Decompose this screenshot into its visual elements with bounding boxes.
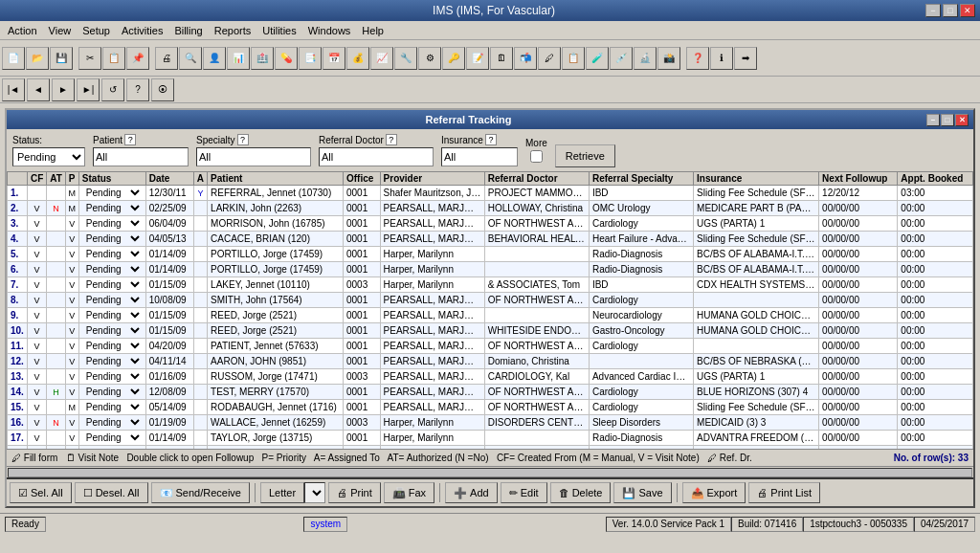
cell-status[interactable]: Pending bbox=[78, 415, 145, 431]
nav-first[interactable]: |◄ bbox=[2, 78, 25, 101]
horizontal-scrollbar[interactable] bbox=[7, 466, 973, 477]
dialog-close[interactable]: ✕ bbox=[955, 114, 969, 126]
col-provider[interactable]: Provider bbox=[380, 172, 484, 186]
tb-b3[interactable]: 🏥 bbox=[251, 47, 274, 70]
col-cf[interactable]: CF bbox=[27, 172, 46, 186]
tb-b20[interactable]: 📸 bbox=[657, 47, 680, 70]
menu-billing[interactable]: Billing bbox=[168, 23, 208, 38]
menu-reports[interactable]: Reports bbox=[209, 23, 257, 38]
maximize-button[interactable]: □ bbox=[943, 4, 958, 17]
cell-status[interactable]: Pending bbox=[78, 308, 145, 323]
col-next-followup[interactable]: Next Followup bbox=[819, 172, 898, 186]
tb-b9[interactable]: 🔧 bbox=[394, 47, 417, 70]
col-p[interactable]: P bbox=[65, 172, 78, 186]
tb-b18[interactable]: 💉 bbox=[610, 47, 633, 70]
delete-button[interactable]: 🗑 Delete bbox=[550, 482, 612, 503]
nav-dot[interactable]: ⦿ bbox=[151, 78, 174, 101]
cell-status[interactable]: Pending bbox=[78, 339, 145, 354]
close-button[interactable]: ✕ bbox=[960, 4, 975, 17]
cell-status[interactable]: Pending bbox=[78, 400, 145, 415]
tb-b19[interactable]: 🔬 bbox=[634, 47, 657, 70]
cell-status[interactable]: Pending bbox=[78, 446, 145, 450]
table-row[interactable]: 14.VHV Pending 12/08/09TEST, MERRY (1757… bbox=[8, 385, 973, 400]
print-button[interactable]: 🖨 Print bbox=[328, 482, 381, 503]
table-row[interactable]: 11.VV Pending 04/20/09PATIENT, Jennet (5… bbox=[8, 339, 973, 354]
nav-last[interactable]: ►| bbox=[77, 78, 100, 101]
print-list-button[interactable]: 🖨 Print List bbox=[748, 482, 820, 503]
cell-status[interactable]: Pending bbox=[78, 262, 145, 277]
col-insurance[interactable]: Insurance bbox=[694, 172, 819, 186]
tb-b15[interactable]: 🖊 bbox=[538, 47, 561, 70]
send-receive-button[interactable]: 📧 Send/Receive bbox=[151, 482, 251, 503]
cell-status[interactable]: Pending bbox=[78, 323, 145, 339]
tb-b4[interactable]: 💊 bbox=[275, 47, 298, 70]
edit-button[interactable]: ✏ Edit bbox=[501, 482, 547, 503]
cell-status[interactable]: Pending bbox=[78, 369, 145, 385]
table-row[interactable]: 4.VV Pending 04/05/13CACACE, BRIAN (120)… bbox=[8, 232, 973, 247]
menu-utilities[interactable]: Utilities bbox=[256, 23, 301, 38]
table-row[interactable]: 2.VNM Pending 02/25/09LARKIN, John (2263… bbox=[8, 201, 973, 216]
table-row[interactable]: 6.VV Pending 01/14/09PORTILLO, Jorge (17… bbox=[8, 262, 973, 277]
table-row[interactable]: 5.VV Pending 01/14/09PORTILLO, Jorge (17… bbox=[8, 247, 973, 262]
nav-help[interactable]: ? bbox=[126, 78, 149, 101]
cell-status[interactable]: Pending bbox=[78, 232, 145, 247]
tb-b11[interactable]: 🔑 bbox=[442, 47, 465, 70]
menu-action[interactable]: Action bbox=[2, 23, 43, 38]
tb-b5[interactable]: 📑 bbox=[299, 47, 322, 70]
menu-activities[interactable]: Activities bbox=[116, 23, 168, 38]
cell-status[interactable]: Pending bbox=[78, 247, 145, 262]
specialty-help-button[interactable]: ? bbox=[237, 134, 249, 145]
col-date[interactable]: Date bbox=[145, 172, 193, 186]
tb-b13[interactable]: 🗓 bbox=[490, 47, 513, 70]
referral-doctor-input[interactable] bbox=[319, 147, 434, 166]
col-at[interactable]: AT bbox=[47, 172, 66, 186]
tb-save[interactable]: 💾 bbox=[50, 47, 73, 70]
table-scroll-area[interactable]: CF AT P Status Date A Patient Office Pro… bbox=[7, 171, 973, 449]
insurance-input[interactable] bbox=[441, 147, 518, 166]
table-row[interactable]: 15.VM Pending 05/14/09RODABAUGH, Jennet … bbox=[8, 400, 973, 415]
tb-b6[interactable]: 📅 bbox=[323, 47, 345, 70]
retrieve-button[interactable]: Retrieve bbox=[555, 144, 615, 167]
table-row[interactable]: 9.VV Pending 01/15/09REED, Jorge (2521)0… bbox=[8, 308, 973, 323]
letter-button[interactable]: Letter bbox=[260, 482, 304, 503]
col-status[interactable]: Status bbox=[78, 172, 145, 186]
tb-b8[interactable]: 📈 bbox=[370, 47, 393, 70]
tb-arrow[interactable]: ➡ bbox=[734, 47, 757, 70]
cell-status[interactable]: Pending bbox=[78, 431, 145, 446]
patient-help-button[interactable]: ? bbox=[124, 134, 136, 145]
tb-new[interactable]: 📄 bbox=[2, 47, 25, 70]
col-a[interactable]: A bbox=[193, 172, 207, 186]
tb-copy[interactable]: 📋 bbox=[102, 47, 125, 70]
cell-status[interactable]: Pending bbox=[78, 293, 145, 308]
nav-next[interactable]: ► bbox=[52, 78, 75, 101]
letter-combo[interactable]: Letter bbox=[260, 482, 325, 503]
table-row[interactable]: 12.VV Pending 04/11/14AARON, JOHN (9851)… bbox=[8, 354, 973, 369]
cell-status[interactable]: Pending bbox=[78, 385, 145, 400]
tb-b16[interactable]: 📋 bbox=[562, 47, 585, 70]
dialog-maximize[interactable]: □ bbox=[941, 114, 954, 126]
nav-refresh[interactable]: ↺ bbox=[101, 78, 124, 101]
tb-b7[interactable]: 💰 bbox=[346, 47, 369, 70]
tb-b2[interactable]: 📊 bbox=[227, 47, 250, 70]
cell-status[interactable]: Pending bbox=[78, 216, 145, 232]
specialty-input[interactable] bbox=[196, 147, 311, 166]
table-row[interactable]: 16.VNV Pending 01/19/09WALLACE, Jennet (… bbox=[8, 415, 973, 431]
table-row[interactable]: 3.VV Pending 06/04/09MORRISON, John (167… bbox=[8, 216, 973, 232]
cell-status[interactable]: Pending bbox=[78, 186, 145, 201]
col-patient[interactable]: Patient bbox=[208, 172, 344, 186]
window-controls[interactable]: − □ ✕ bbox=[925, 4, 975, 17]
tb-b10[interactable]: ⚙ bbox=[418, 47, 441, 70]
table-row[interactable]: 7.VV Pending 01/15/09LAKEY, Jennet (1011… bbox=[8, 277, 973, 293]
sel-all-button[interactable]: ☑ Sel. All bbox=[10, 482, 72, 503]
tb-open[interactable]: 📂 bbox=[26, 47, 49, 70]
status-select[interactable]: Pending All Completed bbox=[12, 147, 85, 166]
letter-select[interactable] bbox=[304, 482, 325, 503]
tb-b14[interactable]: 📬 bbox=[514, 47, 537, 70]
minimize-button[interactable]: − bbox=[925, 4, 941, 17]
cell-status[interactable]: Pending bbox=[78, 354, 145, 369]
insurance-help-button[interactable]: ? bbox=[485, 134, 497, 145]
status-combo[interactable]: Pending All Completed bbox=[12, 147, 85, 166]
table-row[interactable]: 13.VV Pending 01/16/09RUSSOM, Jorge (174… bbox=[8, 369, 973, 385]
tb-cut[interactable]: ✂ bbox=[78, 47, 101, 70]
referral-doctor-help-button[interactable]: ? bbox=[386, 134, 397, 145]
